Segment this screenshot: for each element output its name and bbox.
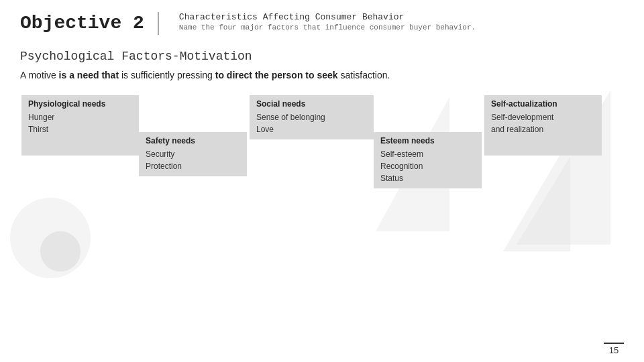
safety-content: SecurityProtection (146, 148, 240, 172)
selfact-column: Self-actualization Self-developmentand r… (483, 94, 624, 157)
physiological-header: Physiological needs (28, 99, 132, 109)
deco-circle-inner (40, 231, 80, 272)
social-column: Social needs Sense of belongingLove (248, 94, 372, 141)
header-subtitle: Name the four major factors that influen… (179, 23, 476, 32)
physiological-content: HungerThirst (28, 111, 132, 135)
main-description: A motive is a need that is sufficiently … (0, 66, 644, 90)
page-number: 15 (604, 343, 624, 355)
diagram-area: Physiological needs HungerThirst Safety … (20, 90, 624, 305)
section-title: Psychological Factors-Motivation (0, 42, 644, 66)
social-content: Sense of belongingLove (256, 111, 367, 135)
pyramid: Physiological needs HungerThirst Safety … (20, 94, 624, 190)
physiological-column: Physiological needs HungerThirst (20, 94, 138, 157)
physiological-box: Physiological needs HungerThirst (21, 95, 139, 156)
esteem-content: Self-esteemRecognitionStatus (380, 148, 475, 184)
safety-header: Safety needs (146, 136, 240, 145)
desc-text: A motive is a need that is sufficiently … (20, 70, 390, 80)
esteem-header: Esteem needs (380, 136, 475, 145)
esteem-box: Esteem needs Self-esteemRecognitionStatu… (374, 132, 482, 188)
header-title: Characteristics Affecting Consumer Behav… (179, 12, 476, 22)
safety-column: Safety needs SecurityProtection (138, 131, 248, 178)
header: Objective 2 Characteristics Affecting Co… (0, 0, 644, 42)
objective-title: Objective 2 (20, 12, 159, 35)
selfact-box: Self-actualization Self-developmentand r… (484, 95, 602, 156)
esteem-column: Esteem needs Self-esteemRecognitionStatu… (372, 131, 483, 190)
social-box: Social needs Sense of belongingLove (250, 95, 374, 139)
header-text: Characteristics Affecting Consumer Behav… (179, 12, 476, 32)
safety-box: Safety needs SecurityProtection (139, 132, 247, 176)
social-header: Social needs (256, 99, 367, 109)
selfact-content: Self-developmentand realization (491, 111, 595, 135)
selfact-header: Self-actualization (491, 99, 595, 109)
